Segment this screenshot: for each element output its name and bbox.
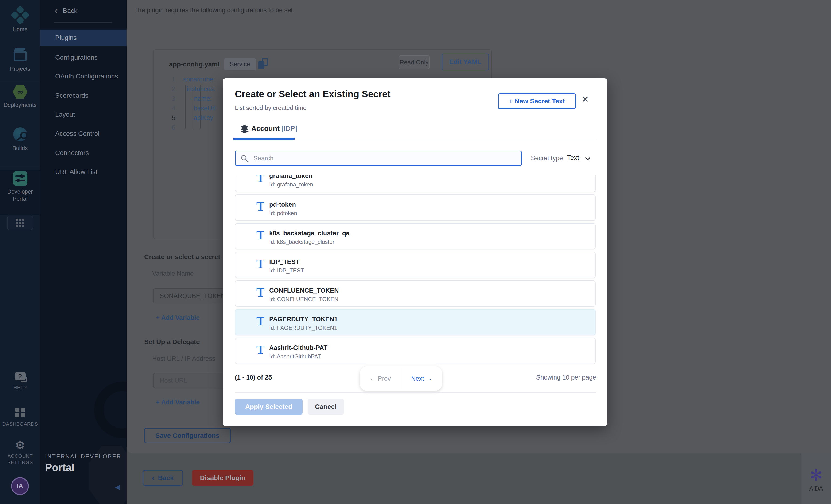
watermark-ring xyxy=(94,382,126,438)
subnav-divider xyxy=(55,22,112,23)
line-number: 3 xyxy=(163,94,175,103)
sidebar-item-dashboards[interactable]: DASHBOARDS xyxy=(0,408,40,427)
projects-icon xyxy=(13,51,27,61)
text-secret-icon: T xyxy=(257,175,264,184)
aida-widget[interactable]: ✻ AIDA xyxy=(801,453,831,504)
subnav-back-button[interactable]: ‹Back xyxy=(55,7,78,14)
sidebar-item-builds[interactable]: Builds xyxy=(0,127,40,152)
code-text: apiKey xyxy=(183,113,213,123)
modal-title: Create or Select an Existing Secret xyxy=(235,89,391,99)
read-only-toggle[interactable]: Read Only xyxy=(399,55,430,69)
module-picker-button[interactable] xyxy=(7,216,33,230)
secret-name: CONFLUENCE_TOKEN xyxy=(269,287,339,294)
disable-plugin-button[interactable]: Disable Plugin xyxy=(192,470,253,486)
secret-row[interactable]: T Aashrit-Github-PAT Id: AashritGithubPA… xyxy=(235,338,596,364)
deployments-icon: ∞ xyxy=(13,85,28,99)
indent-guide xyxy=(193,85,193,129)
secret-select-modal: Create or Select an Existing Secret List… xyxy=(223,79,607,426)
line-number: 4 xyxy=(163,103,175,113)
collapse-sidebar-icon[interactable]: ◀ xyxy=(115,483,120,491)
secret-name: PAGERDUTY_TOKEN1 xyxy=(269,316,338,323)
yaml-filename: app-config.yaml xyxy=(169,61,220,68)
secret-row[interactable]: T CONFLUENCE_TOKEN Id: CONFLUENCE_TOKEN xyxy=(235,280,596,307)
copy-icon[interactable] xyxy=(258,58,268,69)
variable-name-label: Variable Name xyxy=(152,270,194,277)
sidebar-item-label: HELP xyxy=(0,384,40,391)
line-number: 1 xyxy=(163,75,175,84)
sidebar-item-help[interactable]: ? HELP xyxy=(0,372,40,391)
back-label: Back xyxy=(63,7,77,14)
harness-logo-icon xyxy=(10,5,31,26)
grid-icon xyxy=(16,219,24,227)
sidebar-item-home[interactable]: Home xyxy=(0,8,40,33)
back-button[interactable]: ‹ Back xyxy=(143,470,183,486)
brand-bottom-label: Portal xyxy=(45,462,121,473)
plugin-sub-nav: ‹Back Plugins Configurations OAuth Confi… xyxy=(40,0,126,504)
secret-id: Id: PAGERDUTY_TOKEN1 xyxy=(269,325,337,331)
subnav-item-layout[interactable]: Layout xyxy=(40,107,126,123)
sidebar-item-label: Home xyxy=(0,26,40,33)
cancel-button[interactable]: Cancel xyxy=(308,399,344,415)
add-variable-link-2[interactable]: + Add Variable xyxy=(156,399,200,406)
add-variable-link[interactable]: + Add Variable xyxy=(156,314,200,322)
secret-row[interactable]: T grafana_token Id: grafana_token xyxy=(235,175,596,192)
chevron-left-icon: ‹ xyxy=(152,475,155,481)
subnav-item-plugins[interactable]: Plugins xyxy=(40,30,126,46)
secret-row-selected[interactable]: T PAGERDUTY_TOKEN1 Id: PAGERDUTY_TOKEN1 xyxy=(235,309,596,335)
text-secret-icon: T xyxy=(257,315,264,327)
secret-row[interactable]: T IDP_TEST Id: IDP_TEST xyxy=(235,252,596,278)
tab-label: Account xyxy=(251,124,280,132)
aida-label: AIDA xyxy=(801,485,831,492)
secret-name: pd-token xyxy=(269,201,296,208)
sidebar-item-deployments[interactable]: ∞ Deployments xyxy=(0,85,40,109)
delegate-section-heading: Set Up a Delegate xyxy=(144,338,200,346)
subnav-item-scorecards[interactable]: Scorecards xyxy=(40,87,126,104)
sidebar-item-developer-portal[interactable]: Developer Portal xyxy=(0,171,40,202)
secret-row[interactable]: T pd-token Id: pdtoken xyxy=(235,195,596,221)
chevron-down-icon[interactable] xyxy=(585,155,591,161)
search-icon xyxy=(241,155,247,160)
back-button-label: Back xyxy=(158,474,174,482)
gear-icon: ⚙ xyxy=(0,440,40,451)
secret-type-label: Secret type xyxy=(531,154,563,162)
prev-page-button[interactable]: ← Prev xyxy=(360,366,401,391)
apply-selected-button[interactable]: Apply Selected xyxy=(235,399,303,415)
edit-yaml-button[interactable]: Edit YAML xyxy=(441,54,489,70)
tab-account-idp[interactable]: Account [IDP] xyxy=(251,124,297,132)
indent-guide xyxy=(200,85,201,129)
secret-name: grafana_token xyxy=(269,175,313,180)
sidebar-item-projects[interactable]: Projects xyxy=(0,48,40,72)
secret-name: Aashrit-Github-PAT xyxy=(269,344,327,352)
secret-row[interactable]: T k8s_backstage_cluster_qa Id: k8s_backs… xyxy=(235,223,596,249)
text-secret-icon: T xyxy=(257,258,264,270)
brand-block: INTERNAL DEVELOPER Portal xyxy=(45,453,121,473)
next-page-button[interactable]: Next → xyxy=(401,366,442,391)
subnav-item-configurations[interactable]: Configurations xyxy=(40,49,126,66)
avatar-initials: IA xyxy=(17,483,23,490)
save-configurations-button[interactable]: Save Configurations xyxy=(144,428,231,443)
search-input[interactable] xyxy=(253,152,516,165)
secret-section-heading: Create or select a secret xyxy=(144,253,220,261)
sidebar-item-account-settings[interactable]: ⚙ ACCOUNT SETTINGS xyxy=(0,440,40,466)
secret-list: T grafana_token Id: grafana_token T pd-t… xyxy=(235,175,596,374)
developer-portal-icon xyxy=(13,171,27,186)
sidebar-item-label: ACCOUNT SETTINGS xyxy=(0,453,40,466)
new-secret-text-button[interactable]: + New Secret Text xyxy=(498,93,576,109)
secret-type-select[interactable]: Text xyxy=(567,154,579,161)
modal-subtitle: List sorted by created time xyxy=(235,104,307,112)
text-secret-icon: T xyxy=(257,287,264,299)
text-secret-icon: T xyxy=(257,344,264,356)
subnav-item-url-allow-list[interactable]: URL Allow List xyxy=(40,164,126,180)
subnav-item-access-control[interactable]: Access Control xyxy=(40,125,126,142)
left-nav: Home Projects ∞ Deployments Builds Devel… xyxy=(0,0,40,504)
sidebar-item-label: Projects xyxy=(0,65,40,72)
subnav-item-connectors[interactable]: Connectors xyxy=(40,145,126,161)
user-avatar[interactable]: IA xyxy=(11,477,29,495)
secret-id: Id: AashritGithubPAT xyxy=(269,353,321,360)
builds-icon xyxy=(13,127,27,141)
close-icon[interactable]: ✕ xyxy=(581,95,589,104)
sidebar-item-label: Builds xyxy=(0,145,40,152)
subnav-item-oauth-configurations[interactable]: OAuth Configurations xyxy=(40,68,126,85)
secret-name: k8s_backstage_cluster_qa xyxy=(269,230,349,237)
line-number: 6 xyxy=(163,123,175,132)
